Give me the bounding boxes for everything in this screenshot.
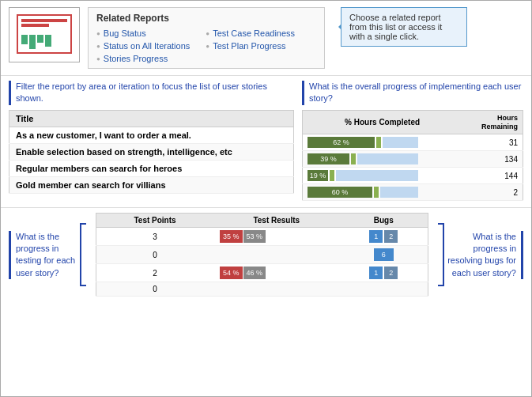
link-stories-progress[interactable]: Stories Progress [96,54,190,63]
test-points-3: 2 [96,264,214,282]
hours-val-2: 134 [462,151,523,168]
related-reports-title: Related Reports [96,13,316,24]
test-points-2: 0 [96,246,214,264]
right-panel: What is the overall progress of implemen… [302,81,523,201]
related-reports-box: Related Reports Bug Status Status on All… [88,7,325,69]
link-status-iterations[interactable]: Status on All Iterations [96,41,190,51]
testing-callout-wrapper: What is the progress in testing for each… [9,213,88,297]
left-brace [80,223,86,286]
table-row: As a new customer, I want to order a mea… [9,127,294,143]
story-title-3: Regular members can search for heroes [9,160,294,176]
progress-table: % Hours Completed HoursRemaining 62 % 31 [302,110,523,202]
progress-callout: What is the overall progress of implemen… [302,81,523,105]
table-row: 2 54 % 46 % 1 2 [96,264,428,282]
test-points-header: Test Points [96,214,214,228]
test-results-2 [213,246,339,264]
pct-label-4: 60 % [332,188,349,196]
bugs-2: 6 [339,246,428,264]
pct-label-3: 19 % [310,172,326,180]
bug-badge-steel-3: 2 [384,267,398,279]
table-row: 62 % 31 [303,134,523,151]
test-points-1: 3 [96,228,214,246]
progress-bar-cell-2: 39 % [303,151,462,168]
story-title-1: As a new customer, I want to order a mea… [9,127,294,143]
link-bug-status[interactable]: Bug Status [96,28,190,38]
table-row: Gold member can search for villians [9,176,294,193]
link-test-case-readiness[interactable]: Test Case Readiness [206,28,295,38]
story-title-4: Gold member can search for villians [9,176,294,193]
report-thumbnail [9,7,80,62]
story-title-2: Enable selection based on strength, inte… [9,143,294,160]
stories-table: Title As a new customer, I want to order… [9,110,294,194]
bug-badge-steel-1: 2 [384,230,398,243]
test-results-3: 54 % 46 % [213,264,339,282]
test-results-1: 35 % 53 % [213,228,339,246]
hours-val-3: 144 [462,168,523,184]
table-row: 60 % 2 [303,184,523,201]
test-bar-gray-3: 46 % [243,267,266,279]
right-brace [438,223,444,286]
progress-bar-cell-3: 19 % [303,168,462,184]
bugs-callout: What is the progress in resolving bugs f… [444,231,523,280]
bugs-1: 1 2 [339,228,428,246]
hours-val-1: 31 [462,134,523,151]
top-section: Related Reports Bug Status Status on All… [1,1,531,76]
test-bar-red-1: 35 % [220,230,243,243]
bottom-section: What is the progress in testing for each… [1,207,531,301]
stories-table-header: Title [9,110,294,127]
link-test-plan-progress[interactable]: Test Plan Progress [206,41,295,51]
test-results-4 [213,282,339,297]
filter-callout: Filter the report by area or iteration t… [9,81,294,105]
table-row: 0 6 [96,246,428,264]
bug-badge-blue-1: 1 [369,230,383,243]
table-row: Enable selection based on strength, inte… [9,143,294,160]
bugs-4 [339,282,428,297]
table-row: 39 % 134 [303,151,523,168]
related-reports-callout: Choose a related report from this list o… [341,7,467,47]
pct-label-1: 62 % [333,138,349,146]
left-panel: Filter the report by area or iteration t… [9,81,294,201]
test-results-header: Test Results [213,214,339,228]
progress-bar-cell-1: 62 % [303,134,462,151]
bug-badge-large-2: 6 [374,248,394,261]
table-row: Regular members can search for heroes [9,160,294,176]
bugs-callout-wrapper: What is the progress in resolving bugs f… [436,213,523,297]
progress-bar-cell-4: 60 % [303,184,462,201]
test-table: Test Points Test Results Bugs 3 35 % 53 … [96,213,428,297]
test-points-4: 0 [96,282,214,297]
bugs-3: 1 2 [339,264,428,282]
table-row: 0 [96,282,428,297]
test-bar-red-3: 54 % [220,267,243,279]
hours-val-4: 2 [462,184,523,201]
table-row: 3 35 % 53 % 1 2 [96,228,428,246]
related-reports-col1: Bug Status Status on All Iterations Stor… [96,28,190,63]
bug-badge-blue-3: 1 [369,267,383,279]
table-row: 19 % 144 [303,168,523,184]
progress-col-header: % Hours Completed [303,110,462,134]
related-reports-col2: Test Case Readiness Test Plan Progress [206,28,295,63]
pct-label-2: 39 % [320,155,337,163]
test-bar-gray-1: 53 % [243,230,266,243]
hours-remaining-header: HoursRemaining [462,110,523,134]
testing-callout: What is the progress in testing for each… [9,231,80,280]
middle-section: Filter the report by area or iteration t… [1,76,531,206]
bugs-header: Bugs [339,214,428,228]
